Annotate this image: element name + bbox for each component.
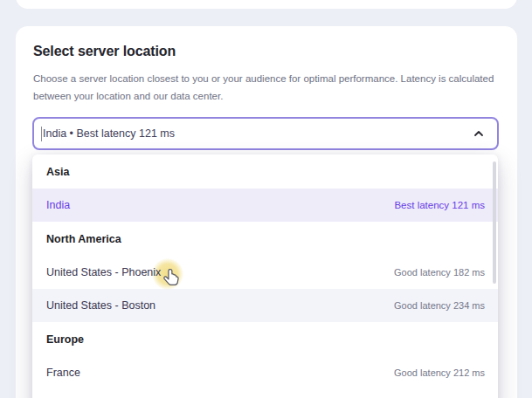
previous-card-bottom-edge: [16, 0, 517, 9]
option-latency: Good latency 212 ms: [394, 367, 485, 378]
card-description: Choose a server location closest to you …: [33, 70, 494, 105]
server-location-input[interactable]: India • Best latency 121 ms: [32, 117, 499, 150]
option-label: United States - Phoenix: [46, 266, 161, 278]
option-france[interactable]: France Good latency 212 ms: [32, 356, 498, 389]
option-india[interactable]: India Best latency 121 ms: [32, 189, 498, 222]
chevron-up-icon: [473, 127, 485, 140]
group-label: Europe: [46, 333, 84, 346]
page-title: Select server location: [33, 44, 176, 59]
option-united-states-phoenix[interactable]: United States - Phoenix Good latency 182…: [32, 256, 498, 289]
option-label: United States - Boston: [46, 299, 155, 312]
option-label: France: [46, 367, 80, 379]
dropdown-scrollbar[interactable]: [493, 161, 496, 284]
server-location-value: India • Best latency 121 ms: [43, 127, 473, 140]
option-latency: Good latency 234 ms: [394, 300, 485, 311]
option-united-states-boston[interactable]: United States - Boston Good latency 234 …: [32, 289, 498, 322]
group-label: North America: [46, 233, 121, 245]
group-header-asia: Asia: [32, 154, 498, 189]
group-label: Asia: [46, 166, 69, 178]
server-location-dropdown: Asia India Best latency 121 ms North Ame…: [32, 154, 498, 398]
option-latency: Good latency 182 ms: [394, 267, 485, 278]
option-latency: Best latency 121 ms: [394, 200, 485, 210]
page: { "colors": { "accent_purple": "#673de6"…: [0, 0, 532, 398]
group-header-north-america: North America: [32, 222, 498, 256]
option-label: India: [46, 199, 70, 211]
group-header-europe: Europe: [32, 322, 498, 356]
text-caret: [41, 127, 42, 141]
